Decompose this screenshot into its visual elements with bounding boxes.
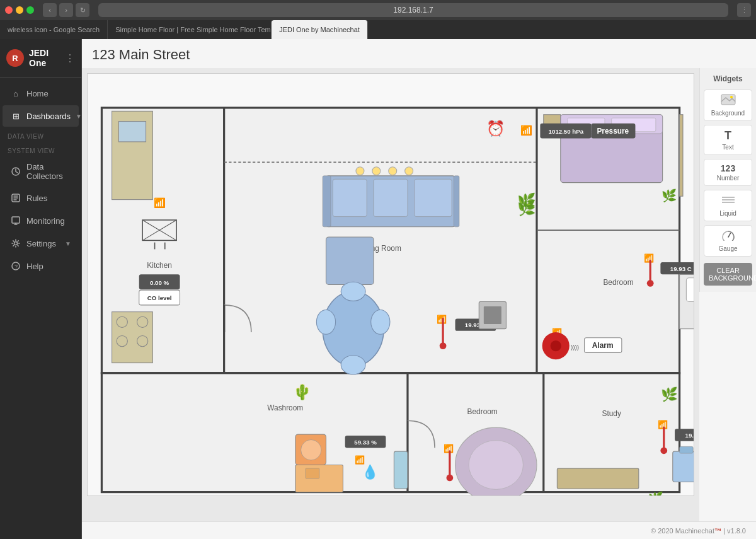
svg-rect-89: [394, 451, 408, 489]
data-collectors-icon: [10, 166, 21, 177]
sidebar-item-settings[interactable]: Settings ▼: [3, 233, 79, 254]
tab-0[interactable]: wireless icon - Google Search: [0, 20, 108, 39]
svg-rect-107: [557, 468, 638, 489]
forward-button[interactable]: ›: [59, 3, 73, 17]
svg-point-82: [301, 440, 321, 460]
widget-background[interactable]: Background: [704, 90, 752, 121]
sidebar-item-data-collectors[interactable]: Data Collectors: [3, 157, 79, 186]
home-icon: ⌂: [10, 88, 21, 99]
refresh-button[interactable]: ↻: [76, 3, 89, 17]
widget-number[interactable]: 123 Number: [704, 159, 752, 186]
svg-point-57: [341, 282, 365, 301]
sidebar-menu-button[interactable]: ⋮: [65, 52, 75, 64]
svg-line-127: [728, 233, 731, 237]
svg-point-118: [405, 167, 413, 175]
sidebar-logo: R: [6, 49, 24, 67]
rules-icon: [10, 192, 21, 204]
background-widget-icon: [721, 94, 736, 108]
svg-text:Study: Study: [602, 409, 621, 418]
svg-text:?: ?: [14, 264, 18, 270]
svg-point-117: [389, 167, 397, 175]
svg-text:Pressure: Pressure: [597, 127, 629, 136]
number-widget-label: Number: [717, 175, 740, 182]
svg-rect-35: [374, 179, 408, 216]
svg-rect-47: [484, 306, 501, 324]
widget-liquid[interactable]: Liquid: [704, 190, 752, 221]
sidebar-item-monitoring[interactable]: Monitoring: [3, 210, 79, 231]
svg-point-3: [14, 242, 18, 245]
svg-rect-38: [454, 176, 459, 227]
footer-copyright: © 2020 Machinechat™ | v1.8.0: [651, 527, 746, 535]
main-footer: © 2020 Machinechat™ | v1.8.0: [82, 521, 756, 539]
right-panel: Widgets Background T Text 123 Number: [699, 68, 756, 521]
browser-chrome: ‹ › ↻ 192.168.1.7 ⋮: [0, 0, 756, 20]
app-layout: R JEDI One ⋮ ⌂ Home ⊞ Dashboards ▼ Data …: [0, 39, 756, 539]
minimize-button[interactable]: [16, 6, 23, 14]
app-title: JEDI One: [29, 48, 60, 68]
clear-background-button[interactable]: CLEAR BACKGROUND: [704, 263, 752, 286]
svg-rect-39: [326, 237, 374, 285]
svg-point-115: [356, 167, 364, 175]
svg-text:CO level: CO level: [147, 294, 172, 301]
svg-point-50: [551, 340, 561, 351]
svg-rect-66: [680, 115, 683, 196]
gauge-widget-icon: [721, 229, 736, 244]
main-content: 123 Main Street: [82, 39, 756, 539]
widget-panel: Widgets Background T Text 123 Number: [699, 68, 756, 292]
sidebar-item-rules[interactable]: Rules: [3, 187, 79, 209]
svg-text:⏰: ⏰: [486, 120, 505, 137]
svg-text:19.93 C: 19.93 C: [685, 432, 694, 439]
svg-rect-73: [686, 278, 694, 302]
svg-text:1012.50 hPa: 1012.50 hPa: [549, 128, 584, 135]
tab-2[interactable]: JEDI One by Machinechat: [272, 20, 368, 39]
svg-text:🌿: 🌿: [648, 491, 664, 496]
svg-rect-34: [333, 179, 367, 216]
svg-point-58: [341, 356, 365, 374]
sidebar-item-help[interactable]: ? Help: [3, 255, 79, 277]
dashboards-icon: ⊞: [10, 110, 21, 122]
main-header: 123 Main Street: [82, 39, 756, 68]
svg-text:💧: 💧: [362, 464, 379, 480]
settings-icon: [10, 238, 21, 249]
widget-text[interactable]: T Text: [704, 125, 752, 155]
svg-point-116: [372, 167, 381, 175]
address-bar[interactable]: 192.168.1.7: [98, 3, 728, 17]
sidebar-item-home[interactable]: ⌂ Home: [3, 83, 79, 104]
extensions-button[interactable]: ⋮: [737, 3, 751, 17]
svg-text:🌿: 🌿: [662, 188, 677, 203]
svg-text:📶: 📶: [520, 125, 532, 136]
svg-rect-106: [680, 446, 694, 453]
svg-rect-2: [12, 217, 20, 223]
fullscreen-button[interactable]: [26, 6, 34, 14]
svg-point-121: [730, 96, 733, 98]
svg-text:Washroom: Washroom: [267, 403, 303, 412]
svg-text:📶: 📶: [644, 253, 655, 264]
number-widget-icon: 123: [721, 163, 735, 173]
monitoring-icon: [10, 215, 21, 226]
help-icon: ?: [10, 260, 21, 272]
back-button[interactable]: ‹: [43, 3, 57, 17]
floor-plan: Kitchen 📶: [87, 73, 694, 496]
svg-point-97: [469, 441, 523, 490]
svg-point-71: [647, 280, 654, 287]
text-widget-icon: T: [724, 129, 731, 142]
svg-text:🌿: 🌿: [661, 386, 678, 403]
svg-text:📶: 📶: [154, 197, 166, 209]
svg-rect-84: [306, 468, 319, 478]
sidebar-item-dashboards[interactable]: ⊞ Dashboards ▼: [3, 105, 79, 127]
data-view-label: Data View: [0, 128, 81, 141]
browser-nav: ‹ › ↻: [43, 3, 89, 17]
liquid-widget-label: Liquid: [719, 210, 736, 217]
traffic-lights: [5, 6, 34, 14]
background-widget-label: Background: [711, 110, 745, 117]
widget-gauge[interactable]: Gauge: [704, 225, 752, 257]
system-view-label: System View: [0, 142, 81, 156]
close-button[interactable]: [5, 6, 13, 14]
tab-1[interactable]: Simple Home Floor | Free Simple Home Flo…: [108, 20, 272, 39]
dashboards-arrow-icon: ▼: [76, 113, 82, 120]
sidebar-header: R JEDI One ⋮: [0, 39, 81, 78]
svg-point-94: [446, 475, 453, 482]
svg-text:0.00 %: 0.00 %: [150, 279, 169, 286]
svg-text:📶: 📶: [437, 315, 447, 325]
page-title: 123 Main Street: [92, 47, 746, 63]
